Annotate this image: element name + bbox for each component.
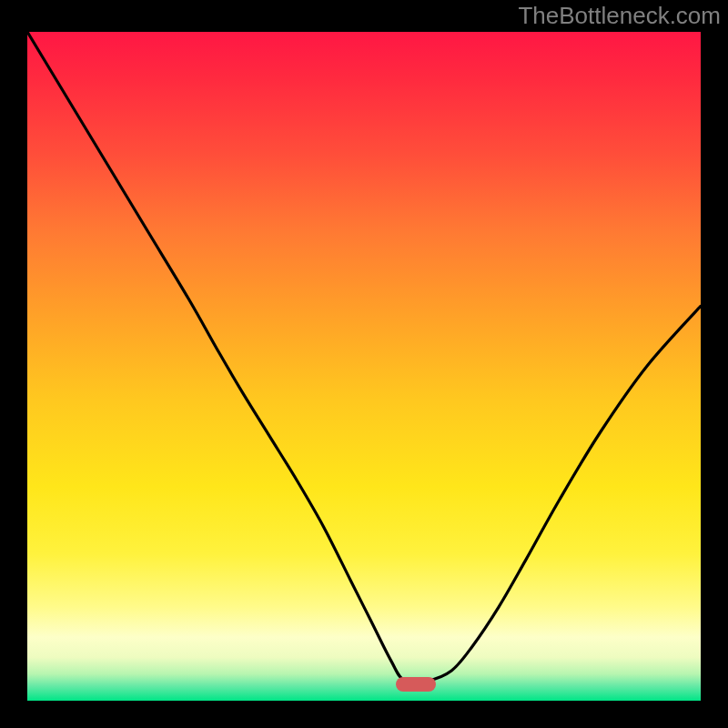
- bottleneck-curve: [27, 32, 701, 701]
- optimum-marker: [396, 677, 436, 692]
- plot-area: [27, 32, 701, 701]
- chart-frame: TheBottleneck.com: [0, 0, 728, 728]
- attribution-text: TheBottleneck.com: [518, 2, 721, 30]
